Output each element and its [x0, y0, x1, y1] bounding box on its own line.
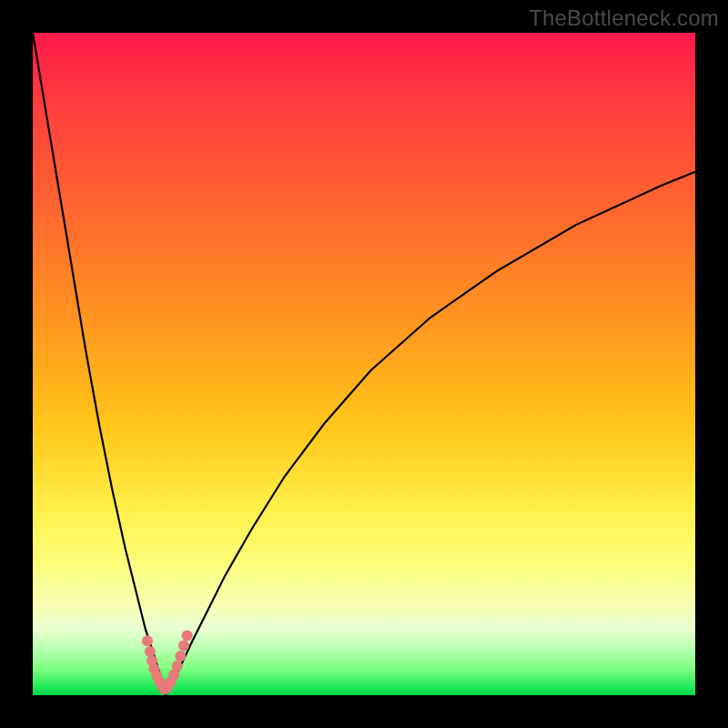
chart-plot-area	[33, 33, 695, 695]
marker-dot	[175, 651, 186, 662]
chart-svg	[33, 33, 695, 695]
curve-right-branch	[166, 172, 695, 695]
chart-frame: TheBottleneck.com	[0, 0, 728, 728]
marker-dot	[142, 635, 153, 646]
marker-dot	[178, 640, 189, 651]
marker-dot	[172, 661, 183, 672]
watermark-text: TheBottleneck.com	[529, 5, 719, 31]
marker-dot	[182, 630, 193, 641]
marker-dot	[145, 646, 156, 657]
curve-left-branch	[33, 33, 166, 695]
curve-bottom-markers	[142, 630, 193, 694]
